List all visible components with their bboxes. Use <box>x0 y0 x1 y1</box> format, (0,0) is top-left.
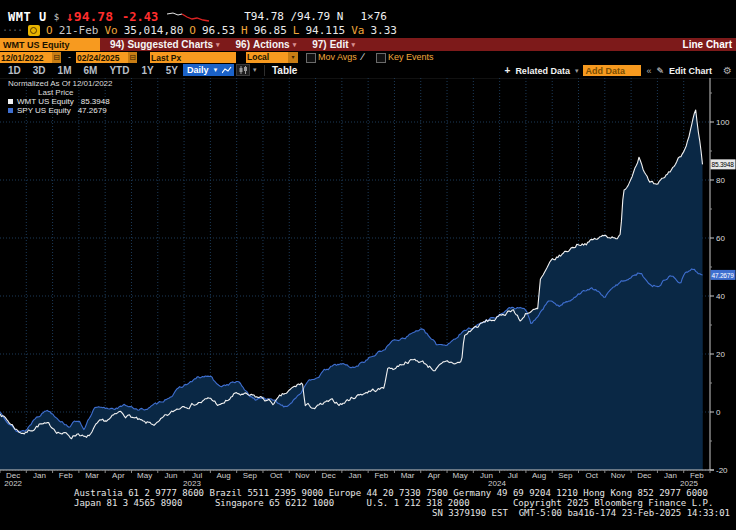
x-month-label: Sep <box>243 471 258 480</box>
x-month-label: Oct <box>585 471 598 480</box>
high-value: 96.85 <box>254 24 287 37</box>
ticker-symbol: WMT U <box>8 10 47 24</box>
menu-item-actions[interactable]: 96)Actions▾ <box>236 39 297 50</box>
currency-flag: $ <box>54 12 59 22</box>
price-chart[interactable]: 100806040200-20DecJanFebMarAprMayJunJulA… <box>0 78 736 488</box>
menu-item-edit[interactable]: 97)Edit▾ <box>312 39 355 50</box>
quote-size: 1×76 <box>360 10 387 23</box>
y-tick-label: 100 <box>716 118 730 127</box>
key-events-label: Key Events <box>388 52 434 62</box>
table-button[interactable]: Table <box>272 65 297 76</box>
high-label: H <box>241 24 248 37</box>
x-month-label: Aug <box>216 471 230 480</box>
edit-chart-button[interactable]: Edit Chart <box>669 66 712 76</box>
caret-down-icon: ▼ <box>213 67 219 73</box>
x-month-label: Jan <box>349 471 362 480</box>
value-traded: 3.33 <box>370 24 397 37</box>
x-month-label: Nov <box>611 471 625 480</box>
range-tabs: 1D3D1M6MYTD1Y5YMax <box>8 65 209 76</box>
footer-terminal-info: SN 3379190 EST GMT-5:00 ba416-174 23-Feb… <box>432 508 730 518</box>
chart-area[interactable]: 100806040200-20DecJanFebMarAprMayJunJulA… <box>0 78 736 488</box>
calendar-icon[interactable]: ⊟ <box>52 52 61 63</box>
session-date-label: O <box>46 24 53 37</box>
quote-header: WMT U $ ↓94.78 -2.43 T94.78 /94.79 N 1×7… <box>0 0 736 38</box>
y-tick-label: 0 <box>716 408 721 417</box>
currency-select[interactable]: Local CCY <box>246 52 288 63</box>
add-data-input[interactable] <box>583 65 641 76</box>
line-chart-type-button[interactable] <box>220 64 234 76</box>
x-month-label: Aug <box>532 471 546 480</box>
legend-subtitle: Last Price <box>38 89 113 98</box>
open-value: 96.53 <box>202 24 235 37</box>
x-month-label: Dec <box>322 471 336 480</box>
range-tab-ytd[interactable]: YTD <box>109 65 129 76</box>
plus-icon: + <box>505 65 511 76</box>
date-to-input[interactable] <box>76 52 128 63</box>
security-input[interactable] <box>0 38 100 51</box>
price-badge-value: 47.2679 <box>712 272 735 279</box>
y-tick-label: 20 <box>716 350 725 359</box>
mov-avgs-line-icon: ∕ <box>362 51 364 62</box>
function-menubar: 94)Suggested Charts▾96)Actions▾97)Edit▾ … <box>0 38 736 52</box>
range-tab-1y[interactable]: 1Y <box>141 65 153 76</box>
range-tab-6m[interactable]: 6M <box>84 65 98 76</box>
legend-series-name: SPY US Equity <box>17 107 71 116</box>
chevron-down-icon[interactable]: ▾ <box>288 52 298 63</box>
chart-legend: Normalized As Of 12/01/2022 Last Price W… <box>8 80 113 115</box>
menu-items: 94)Suggested Charts▾96)Actions▾97)Edit▾ <box>110 38 355 51</box>
low-label: L <box>293 24 300 37</box>
chevron-down-icon[interactable]: ▾ <box>575 67 579 75</box>
date-from-input[interactable] <box>0 52 52 63</box>
bloomberg-terminal: WMT U $ ↓94.78 -2.43 T94.78 /94.79 N 1×7… <box>0 0 736 530</box>
x-month-label: Apr <box>112 471 125 480</box>
x-month-label: Apr <box>428 471 441 480</box>
legend-series-value: 85.3948 <box>81 98 110 107</box>
candle-chart-icon <box>239 66 248 74</box>
quote-row-1: WMT U $ ↓94.78 -2.43 T94.78 /94.79 N 1×7… <box>8 9 387 24</box>
y-tick-label: 60 <box>716 234 725 243</box>
alert-icon[interactable] <box>28 25 40 36</box>
range-tab-3d[interactable]: 3D <box>33 65 46 76</box>
period-dropdown[interactable]: Daily ▼ <box>183 64 222 76</box>
calendar-icon[interactable]: ⊟ <box>128 52 137 63</box>
legend-swatch <box>8 99 13 104</box>
x-month-label: Sep <box>558 471 573 480</box>
legend-series-name: WMT US Equity <box>17 98 74 107</box>
last-price: ↓94.78 <box>66 9 113 24</box>
low-value: 94.115 <box>305 24 345 37</box>
period-label: Daily <box>187 65 209 75</box>
mov-avgs-checkbox[interactable] <box>306 53 316 63</box>
footer-phone-line: Australia 61 2 9777 8600 Brazil 5511 239… <box>74 488 708 498</box>
footer: Australia 61 2 9777 8600 Brazil 5511 239… <box>0 487 736 530</box>
field-input[interactable] <box>150 52 236 63</box>
x-month-label: Jun <box>164 471 177 480</box>
related-data-button[interactable]: Related Data <box>515 66 570 76</box>
date-range-dash: - <box>68 52 71 62</box>
mov-avgs-label: Mov Avgs <box>318 52 357 62</box>
x-month-label: Mar <box>85 471 99 480</box>
price-badge-value: 85.3948 <box>712 161 735 168</box>
y-tick-label: 40 <box>716 292 725 301</box>
value-traded-label: Va <box>351 24 364 37</box>
quote-row-2: ···· O 21-Feb Vo 35,014,80 O 96.53 H 96.… <box>2 24 397 37</box>
candle-chart-type-button[interactable] <box>236 64 250 76</box>
x-month-label: Nov <box>295 471 309 480</box>
range-tab-5y[interactable]: 5Y <box>166 65 178 76</box>
bid-ask-quote: T94.78 /94.79 N <box>244 10 343 23</box>
edit-pencil-icon: ✎ <box>656 66 664 76</box>
menu-item-suggested-charts[interactable]: 94)Suggested Charts▾ <box>110 39 220 50</box>
collapse-icon[interactable]: « <box>646 66 651 76</box>
key-events-checkbox[interactable] <box>376 53 386 63</box>
chart-type-label: Line Chart <box>683 39 732 50</box>
x-month-label: Feb <box>374 471 388 480</box>
gear-icon[interactable]: ⚙ <box>723 65 732 76</box>
legend-series-value: 47.2679 <box>78 107 107 116</box>
x-month-label: Dec <box>637 471 651 480</box>
chart-tabbar: 1D3D1M6MYTD1Y5YMax Daily ▼ ▾ Table + Rel… <box>0 64 736 79</box>
x-month-label: Jan <box>664 471 677 480</box>
range-tab-1m[interactable]: 1M <box>58 65 72 76</box>
volume-value: 35,014,80 <box>124 24 184 37</box>
chart-settings-toolbar: ⊟ - ⊟ Local CCY ▾ Mov Avgs ∕ Key Events <box>0 51 736 64</box>
chart-type-caret-icon[interactable]: ▾ <box>253 66 257 74</box>
range-tab-1d[interactable]: 1D <box>8 65 21 76</box>
